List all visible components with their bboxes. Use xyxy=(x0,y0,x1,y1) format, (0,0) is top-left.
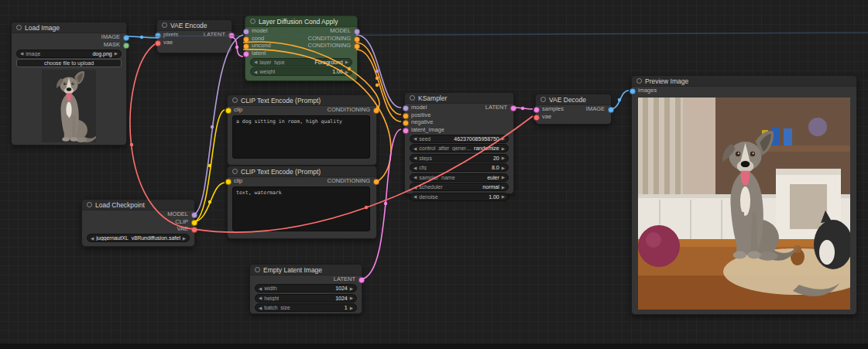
scheduler-widget[interactable]: ◀ scheduler normal ▶ xyxy=(410,183,509,191)
collapse-dot-icon[interactable] xyxy=(636,78,642,84)
prev-arrow-icon[interactable]: ◀ xyxy=(259,286,262,291)
slot-row: clip CONDITIONING xyxy=(228,106,376,114)
steps-widget[interactable]: ◀ steps 20 ▶ xyxy=(410,154,509,163)
node-clip-text-encode-positive[interactable]: CLIP Text Encode (Prompt) clip CONDITION… xyxy=(227,94,377,166)
positive-prompt-input[interactable]: a dog sitting in room, high quality xyxy=(232,115,370,159)
conditioning-output-dot[interactable] xyxy=(373,179,379,185)
node-title: Layer Diffusion Cond Apply xyxy=(259,18,338,26)
node-load-checkpoint-header[interactable]: Load Checkpoint xyxy=(82,200,194,210)
vae-input-dot[interactable] xyxy=(155,40,161,46)
link-latent-to-layerdiffusion xyxy=(231,37,243,56)
choose-file-button[interactable]: choose file to upload xyxy=(16,59,122,67)
next-arrow-icon[interactable]: ▶ xyxy=(502,136,505,141)
generated-image-preview xyxy=(638,98,850,310)
prev-arrow-icon[interactable]: ◀ xyxy=(413,194,417,199)
next-arrow-icon[interactable]: ▶ xyxy=(183,236,186,241)
denoise-widget[interactable]: ◀ denoise 1.00 ▶ xyxy=(410,193,509,201)
node-preview-image-header[interactable]: Preview Image xyxy=(632,76,856,87)
width-widget[interactable]: ◀ width 1024 ▶ xyxy=(255,284,357,293)
link-clip-to-negative xyxy=(194,183,225,222)
prev-arrow-icon[interactable]: ◀ xyxy=(413,146,417,151)
next-arrow-icon[interactable]: ▶ xyxy=(350,296,353,300)
cfg-widget[interactable]: ◀ cfg 8.0 ▶ xyxy=(410,163,509,172)
node-ksampler-header[interactable]: KSampler xyxy=(405,93,513,104)
node-vae-decode[interactable]: VAE Decode samples IMAGE vae xyxy=(535,94,612,125)
node-title: KSampler xyxy=(418,94,447,102)
node-clip-negative-header[interactable]: CLIP Text Encode (Prompt) xyxy=(228,166,376,177)
node-vae-encode[interactable]: VAE Encode pixels LATENT vae xyxy=(156,19,232,53)
prev-arrow-icon[interactable]: ◀ xyxy=(254,70,257,74)
node-layer-diffusion-header[interactable]: Layer Diffusion Cond Apply xyxy=(245,16,357,27)
prev-arrow-icon[interactable]: ◀ xyxy=(413,136,417,141)
node-title: VAE Encode xyxy=(170,22,208,29)
clip-input-dot[interactable] xyxy=(225,179,232,185)
control-after-generate-widget[interactable]: ◀ control_after_generate randomize ▶ xyxy=(410,144,509,152)
collapse-dot-icon[interactable] xyxy=(250,19,256,24)
latent-output-dot[interactable] xyxy=(359,277,365,283)
next-arrow-icon[interactable]: ▶ xyxy=(502,146,505,151)
slot-row: clip CONDITIONING xyxy=(228,177,376,185)
vae-input-dot[interactable] xyxy=(533,115,540,121)
node-load-image-header[interactable]: Load Image xyxy=(12,22,126,33)
collapse-dot-icon[interactable] xyxy=(87,202,92,207)
prev-arrow-icon[interactable]: ◀ xyxy=(259,296,262,300)
node-preview-image[interactable]: Preview Image images xyxy=(631,75,857,315)
next-arrow-icon[interactable]: ▶ xyxy=(345,60,348,64)
prev-arrow-icon[interactable]: ◀ xyxy=(20,51,23,56)
node-vae-decode-header[interactable]: VAE Decode xyxy=(536,94,611,105)
weight-widget[interactable]: ◀ weight 1.00 ▶ xyxy=(250,67,352,76)
next-arrow-icon[interactable]: ▶ xyxy=(350,306,353,310)
next-arrow-icon[interactable]: ▶ xyxy=(345,70,348,74)
layer-type-widget[interactable]: ◀ layer_type Foreground ▶ xyxy=(250,58,352,67)
negative-prompt-input[interactable]: text, watermark xyxy=(232,186,370,231)
node-empty-latent-image[interactable]: Empty Latent Image LATENT ◀ width 1024 ▶… xyxy=(249,264,362,314)
latent-input-dot[interactable] xyxy=(243,51,249,57)
next-arrow-icon[interactable]: ▶ xyxy=(502,175,505,180)
collapse-dot-icon[interactable] xyxy=(255,267,260,272)
output-slot-image: IMAGE xyxy=(12,33,126,41)
next-arrow-icon[interactable]: ▶ xyxy=(502,166,505,170)
image-combo-widget[interactable]: ◀ image dog.png ▶ xyxy=(16,50,122,58)
batch-size-widget[interactable]: ◀ batch_size 1 ▶ xyxy=(255,303,357,312)
clip-input-dot[interactable] xyxy=(225,108,232,114)
conditioning-output-dot[interactable] xyxy=(373,108,379,114)
next-arrow-icon[interactable]: ▶ xyxy=(115,51,118,56)
collapse-dot-icon[interactable] xyxy=(232,98,238,103)
prev-arrow-icon[interactable]: ◀ xyxy=(413,175,417,180)
collapse-dot-icon[interactable] xyxy=(16,25,22,30)
sampler-name-widget[interactable]: ◀ sampler_name euler ▶ xyxy=(410,173,509,182)
node-title: VAE Decode xyxy=(549,96,586,104)
slot-row: model LATENT xyxy=(405,104,513,111)
node-clip-text-encode-negative[interactable]: CLIP Text Encode (Prompt) clip CONDITION… xyxy=(227,166,377,239)
prev-arrow-icon[interactable]: ◀ xyxy=(413,156,417,160)
next-arrow-icon[interactable]: ▶ xyxy=(502,194,505,199)
images-input-dot[interactable] xyxy=(630,88,636,94)
node-vae-encode-header[interactable]: VAE Encode xyxy=(157,20,232,31)
node-layer-diffusion-cond-apply[interactable]: Layer Diffusion Cond Apply model MODEL c… xyxy=(245,15,358,81)
collapse-dot-icon[interactable] xyxy=(232,169,238,174)
seed-widget[interactable]: ◀ seed 462370085958750 ▶ xyxy=(410,135,509,143)
node-title: CLIP Text Encode (Prompt) xyxy=(241,168,321,176)
ckpt-name-widget[interactable]: ◀ juggernautXL_v8Rundiffusion.safetensor… xyxy=(87,234,190,242)
latent-image-input-dot[interactable] xyxy=(403,128,409,134)
collapse-dot-icon[interactable] xyxy=(540,97,546,102)
next-arrow-icon[interactable]: ▶ xyxy=(502,156,505,160)
node-load-image[interactable]: Load Image IMAGE MASK ◀ image dog.png ▶ … xyxy=(11,22,127,145)
height-widget[interactable]: ◀ height 1024 ▶ xyxy=(255,294,357,303)
collapse-dot-icon[interactable] xyxy=(162,22,167,28)
prev-arrow-icon[interactable]: ◀ xyxy=(254,60,257,64)
vae-output-dot[interactable] xyxy=(191,227,197,233)
mask-output-dot[interactable] xyxy=(123,43,129,49)
prev-arrow-icon[interactable]: ◀ xyxy=(259,306,262,310)
collapse-dot-icon[interactable] xyxy=(410,95,415,101)
link-image-to-pixels xyxy=(125,36,158,38)
node-load-checkpoint[interactable]: Load Checkpoint MODEL CLIP VAE ◀ juggern… xyxy=(81,199,195,247)
prev-arrow-icon[interactable]: ◀ xyxy=(91,236,94,241)
node-empty-latent-header[interactable]: Empty Latent Image xyxy=(250,265,362,275)
node-ksampler[interactable]: KSampler model LATENT positive negative … xyxy=(404,92,514,194)
next-arrow-icon[interactable]: ▶ xyxy=(502,185,505,190)
prev-arrow-icon[interactable]: ◀ xyxy=(413,166,417,170)
next-arrow-icon[interactable]: ▶ xyxy=(350,286,353,291)
prev-arrow-icon[interactable]: ◀ xyxy=(413,185,417,190)
node-clip-positive-header[interactable]: CLIP Text Encode (Prompt) xyxy=(228,95,376,106)
